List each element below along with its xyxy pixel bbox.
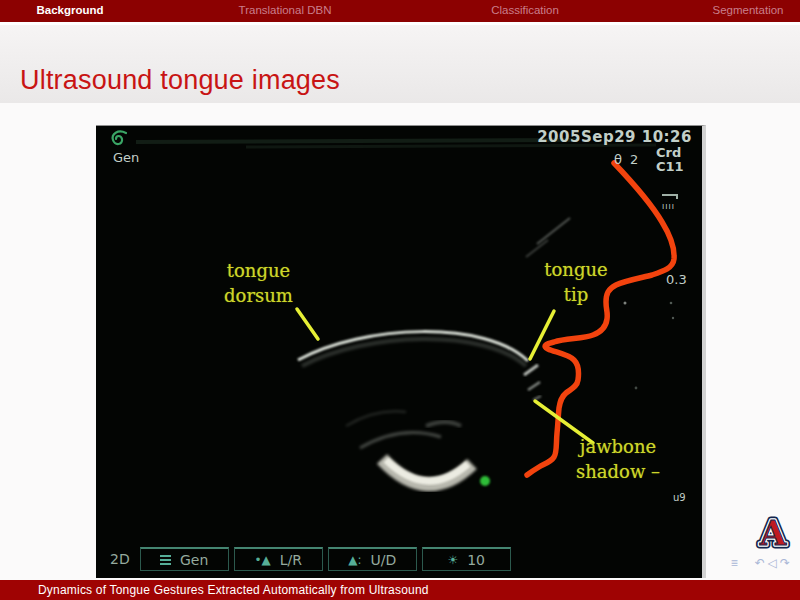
back-nav-icon[interactable]: ↶ [755,556,765,570]
list-icon [160,555,171,565]
angle-readout: θ 2 [614,152,640,167]
presentation-slide: Background Translational DBN Classificat… [0,0,800,600]
echo-mark [524,365,538,375]
echo-streak [526,240,548,257]
vendor-swirl-icon [113,132,126,144]
navbar-item-background[interactable]: Background [36,4,103,16]
forward-nav-icon[interactable]: ↷ [780,556,790,570]
frametitle-band: Ultrasound tongue images [0,25,800,103]
prev-nav-icon[interactable]: ◁ [768,556,777,570]
echo-streak [537,218,570,244]
speck [670,302,673,305]
transducer-line1: Crd [656,145,681,160]
ultrasound-overlay-graphics [96,126,702,578]
lower-echo-blob [426,422,461,426]
navbar-item-segmentation[interactable]: Segmentation [713,4,784,16]
orientation-mark: u9 [673,492,686,503]
section-navbar: Background Translational DBN Classificat… [0,0,800,22]
annotation-tongue-tip: tongue tip [521,257,631,307]
annotation-line: dorsum [224,285,293,306]
annotation-line: shadow – [576,461,660,482]
statusbar-group-brightness: ☀ 10 [422,547,511,571]
svg-text:A: A [759,513,787,553]
transducer-label: Crd C11 [656,146,684,174]
slide-title: Ultrasound tongue images [20,65,340,96]
depth-readout: 0.3 [666,272,687,287]
annotation-tongue-dorsum: tongue dorsum [196,258,321,308]
mode-2d-label: 2D [110,551,130,567]
green-marker-dot [480,476,490,486]
ultrasound-image: 2005Sep29 10:26 Gen θ 2 Crd C11 ıııı 0.3… [96,125,706,578]
leader-line-dorsum [297,309,318,339]
navbar-item-translational-dbn[interactable]: Translational DBN [239,4,332,16]
ud-flip-icon: ▲: [348,554,361,566]
statusbar-group-gen: Gen [140,547,229,571]
transducer-line2: C11 [656,159,684,174]
footer-title: Dynamics of Tongue Gestures Extracted Au… [38,583,429,597]
statusbar-label: 10 [467,552,485,568]
preset-label: Gen [113,150,139,165]
annotation-line: tip [564,284,589,305]
scale-dash [662,194,677,196]
annotation-jawbone-shadow: jawbone shadow – [548,434,688,484]
university-logo: A A A [754,513,792,557]
echo-mark [528,382,540,390]
slides-nav-icon[interactable]: ≡ [731,556,738,570]
machine-statusbar: 2D Gen •▲ L/R ▲: U/D ☀ 10 [110,546,516,572]
statusbar-label: U/D [370,552,396,568]
statusbar-group-ud: ▲: U/D [328,547,417,571]
footer-bar: Dynamics of Tongue Gestures Extracted Au… [0,580,800,600]
statusbar-label: L/R [280,552,302,568]
lower-echo-faint [360,432,441,448]
echo-mark [533,396,541,400]
lower-echo-faint [346,411,406,426]
statusbar-label: Gen [180,552,208,568]
block-a-logo-icon: A A A [754,513,792,553]
statusbar-group-lr: •▲ L/R [234,547,323,571]
scale-ticks: ıııı [662,202,675,211]
lr-flip-icon: •▲ [254,554,270,566]
annotation-line: jawbone [580,436,656,457]
noise-streak [136,140,576,142]
navbar-item-classification[interactable]: Classification [491,4,559,16]
speck [635,387,638,390]
brightness-icon: ☀ [447,554,458,566]
annotation-line: tongue [227,260,290,281]
beamer-navigation-symbols: ≡ ↶ ◁ ↷ [728,556,790,570]
speck [672,317,674,319]
annotation-line: tongue [544,259,607,280]
timestamp: 2005Sep29 10:26 [537,128,692,146]
